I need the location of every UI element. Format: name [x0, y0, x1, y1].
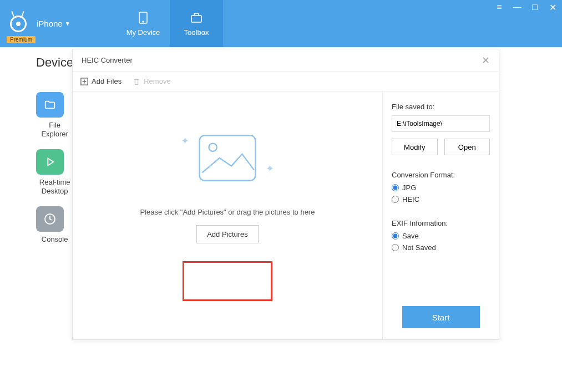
premium-badge: Premium — [7, 36, 36, 43]
radio-exif-notsaved[interactable]: Not Saved — [392, 243, 490, 252]
dialog-title: HEIC Converter — [82, 56, 133, 64]
tab-label: My Device — [126, 28, 160, 37]
section-title: Device — [36, 55, 73, 70]
remove-button: Remove — [133, 77, 170, 85]
background-content: Device FileExplorer Real-timeDesktop Con… — [0, 55, 73, 244]
logo-area: Premium iPhone ▼ — [0, 0, 117, 47]
radio-label: JPG — [402, 184, 416, 192]
maximize-icon[interactable]: □ — [530, 2, 540, 12]
tile-file-explorer[interactable]: FileExplorer — [36, 92, 73, 138]
button-label: Remove — [144, 77, 170, 85]
tile-realtime-desktop[interactable]: Real-timeDesktop — [36, 149, 73, 195]
svg-rect-6 — [200, 135, 256, 181]
open-button[interactable]: Open — [444, 139, 490, 155]
tile-label: FileExplorer — [36, 121, 73, 138]
header-bar: Premium iPhone ▼ My Device Toolbox ≡ — □… — [0, 0, 562, 47]
plus-square-icon — [80, 78, 88, 85]
button-label: Add Files — [92, 77, 121, 85]
svg-point-1 — [143, 21, 144, 22]
dialog-body: ✦ ✦ Please click "Add Pictures" or drag … — [73, 91, 499, 339]
tile-label: Console — [36, 235, 73, 244]
radio-label: Save — [402, 232, 419, 240]
side-panel: File saved to: Modify Open Conversion Fo… — [382, 91, 499, 339]
add-pictures-button[interactable]: Add Pictures — [196, 225, 259, 243]
exif-label: EXIF Information: — [392, 219, 490, 227]
device-label: iPhone — [37, 19, 63, 28]
close-icon[interactable]: ✕ — [482, 54, 490, 67]
toolbox-icon — [189, 11, 204, 25]
drop-instruction: Please click "Add Pictures" or drag the … — [140, 208, 315, 216]
format-label: Conversion Format: — [392, 171, 490, 179]
save-to-label: File saved to: — [392, 103, 490, 111]
close-window-icon[interactable]: ✕ — [548, 2, 558, 12]
header-tabs: My Device Toolbox — [117, 0, 223, 47]
drop-area[interactable]: ✦ ✦ Please click "Add Pictures" or drag … — [73, 91, 382, 339]
heic-converter-dialog: HEIC Converter ✕ Add Files Remove ✦ — [72, 49, 499, 340]
add-files-button[interactable]: Add Files — [80, 77, 121, 85]
dialog-titlebar: HEIC Converter ✕ — [73, 49, 499, 72]
minimize-icon[interactable]: — — [512, 2, 522, 12]
tab-my-device[interactable]: My Device — [117, 0, 170, 47]
radio-input[interactable] — [392, 244, 399, 251]
radio-label: HEIC — [402, 195, 419, 203]
window-controls: ≡ — □ ✕ — [494, 2, 558, 12]
play-icon — [36, 149, 64, 175]
tab-label: Toolbox — [184, 28, 209, 37]
tile-label: Real-timeDesktop — [36, 178, 73, 195]
folder-icon — [36, 92, 64, 118]
chevron-down-icon: ▼ — [65, 21, 70, 27]
svg-point-7 — [209, 144, 216, 151]
dialog-toolbar: Add Files Remove — [73, 72, 499, 91]
tile-console[interactable]: Console — [36, 206, 73, 244]
start-button[interactable]: Start — [402, 306, 480, 328]
radio-exif-save[interactable]: Save — [392, 232, 490, 240]
image-placeholder-icon: ✦ ✦ — [194, 130, 261, 186]
tab-toolbox[interactable]: Toolbox — [170, 0, 223, 47]
save-path-input[interactable] — [392, 115, 490, 132]
trash-icon — [133, 78, 140, 85]
app-logo-icon: Premium — [6, 11, 31, 37]
svg-marker-3 — [48, 159, 53, 166]
radio-input[interactable] — [392, 196, 399, 203]
device-dropdown[interactable]: iPhone ▼ — [37, 19, 70, 28]
modify-button[interactable]: Modify — [392, 139, 438, 155]
radio-input[interactable] — [392, 232, 399, 240]
menu-icon[interactable]: ≡ — [494, 2, 504, 12]
radio-input[interactable] — [392, 184, 399, 191]
svg-rect-2 — [191, 16, 201, 22]
radio-label: Not Saved — [402, 243, 436, 252]
clock-icon — [36, 206, 64, 232]
radio-jpg[interactable]: JPG — [392, 184, 490, 192]
annotation-highlight — [183, 261, 272, 301]
radio-heic[interactable]: HEIC — [392, 195, 490, 203]
tablet-icon — [136, 11, 150, 25]
